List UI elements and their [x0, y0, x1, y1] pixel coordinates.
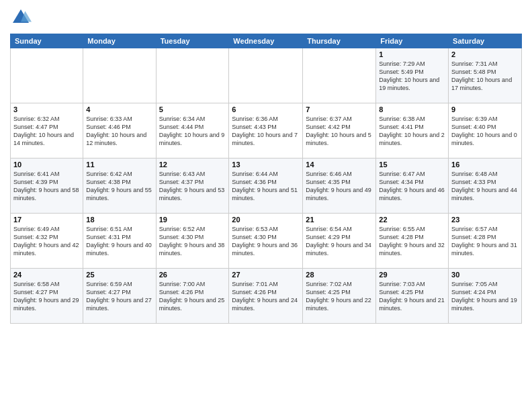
day-number: 26 — [159, 271, 226, 279]
day-number: 16 — [451, 161, 519, 169]
logo-icon — [10, 7, 32, 28]
day-info: Sunrise: 6:42 AM Sunset: 4:38 PM Dayligh… — [86, 170, 152, 203]
calendar-body: 1Sunrise: 7:29 AM Sunset: 5:49 PM Daylig… — [11, 48, 522, 324]
calendar-cell: 4Sunrise: 6:33 AM Sunset: 4:46 PM Daylig… — [83, 103, 156, 158]
week-row-2: 3Sunrise: 6:32 AM Sunset: 4:47 PM Daylig… — [11, 103, 522, 158]
calendar-cell: 26Sunrise: 7:00 AM Sunset: 4:26 PM Dayli… — [156, 269, 229, 324]
day-number: 13 — [232, 161, 300, 169]
header — [10, 7, 522, 28]
calendar-cell: 29Sunrise: 7:03 AM Sunset: 4:25 PM Dayli… — [376, 269, 449, 324]
day-number: 12 — [159, 161, 226, 169]
week-row-5: 24Sunrise: 6:58 AM Sunset: 4:27 PM Dayli… — [11, 269, 522, 324]
day-info: Sunrise: 6:57 AM Sunset: 4:28 PM Dayligh… — [451, 225, 519, 258]
day-number: 30 — [451, 271, 519, 279]
day-number: 18 — [86, 216, 152, 224]
day-number: 11 — [86, 161, 152, 169]
day-number: 15 — [379, 161, 445, 169]
day-number: 24 — [13, 271, 80, 279]
day-info: Sunrise: 7:05 AM Sunset: 4:24 PM Dayligh… — [451, 280, 519, 313]
day-info: Sunrise: 6:48 AM Sunset: 4:33 PM Dayligh… — [451, 170, 519, 203]
day-number: 21 — [306, 216, 373, 224]
day-info: Sunrise: 6:36 AM Sunset: 4:43 PM Dayligh… — [232, 115, 300, 148]
calendar-cell: 24Sunrise: 6:58 AM Sunset: 4:27 PM Dayli… — [11, 269, 83, 324]
day-number: 10 — [13, 161, 80, 169]
day-info: Sunrise: 6:41 AM Sunset: 4:39 PM Dayligh… — [13, 170, 80, 203]
day-header-tuesday: Tuesday — [156, 34, 229, 48]
calendar-cell — [156, 48, 229, 103]
day-number: 19 — [159, 216, 226, 224]
calendar-cell: 8Sunrise: 6:38 AM Sunset: 4:41 PM Daylig… — [376, 103, 449, 158]
calendar-cell: 19Sunrise: 6:52 AM Sunset: 4:30 PM Dayli… — [156, 214, 229, 269]
logo — [10, 7, 34, 28]
calendar-cell: 27Sunrise: 7:01 AM Sunset: 4:26 PM Dayli… — [229, 269, 303, 324]
day-number: 22 — [379, 216, 445, 224]
week-row-1: 1Sunrise: 7:29 AM Sunset: 5:49 PM Daylig… — [11, 48, 522, 103]
day-number: 23 — [451, 216, 519, 224]
header-row: SundayMondayTuesdayWednesdayThursdayFrid… — [11, 34, 522, 48]
calendar-cell: 2Sunrise: 7:31 AM Sunset: 5:48 PM Daylig… — [449, 48, 522, 103]
calendar-cell — [303, 48, 376, 103]
day-header-saturday: Saturday — [449, 34, 522, 48]
calendar-cell: 5Sunrise: 6:34 AM Sunset: 4:44 PM Daylig… — [156, 103, 229, 158]
calendar-cell: 12Sunrise: 6:43 AM Sunset: 4:37 PM Dayli… — [156, 158, 229, 214]
day-number: 17 — [13, 216, 80, 224]
calendar-cell: 13Sunrise: 6:44 AM Sunset: 4:36 PM Dayli… — [229, 158, 303, 214]
day-number: 6 — [232, 105, 300, 113]
calendar-cell: 28Sunrise: 7:02 AM Sunset: 4:25 PM Dayli… — [303, 269, 376, 324]
calendar-cell: 9Sunrise: 6:39 AM Sunset: 4:40 PM Daylig… — [449, 103, 522, 158]
day-info: Sunrise: 6:49 AM Sunset: 4:32 PM Dayligh… — [13, 225, 80, 258]
day-info: Sunrise: 7:02 AM Sunset: 4:25 PM Dayligh… — [306, 280, 373, 313]
day-number: 28 — [306, 271, 373, 279]
calendar-cell — [229, 48, 303, 103]
day-number: 27 — [232, 271, 300, 279]
calendar-cell: 18Sunrise: 6:51 AM Sunset: 4:31 PM Dayli… — [83, 214, 156, 269]
day-info: Sunrise: 7:00 AM Sunset: 4:26 PM Dayligh… — [159, 280, 226, 313]
day-number: 2 — [451, 50, 519, 58]
day-header-thursday: Thursday — [303, 34, 376, 48]
day-header-sunday: Sunday — [11, 34, 83, 48]
day-info: Sunrise: 6:32 AM Sunset: 4:47 PM Dayligh… — [13, 115, 80, 148]
calendar-cell: 23Sunrise: 6:57 AM Sunset: 4:28 PM Dayli… — [449, 214, 522, 269]
day-number: 9 — [451, 105, 519, 113]
day-info: Sunrise: 6:37 AM Sunset: 4:42 PM Dayligh… — [306, 115, 373, 148]
day-info: Sunrise: 6:53 AM Sunset: 4:30 PM Dayligh… — [232, 225, 300, 258]
day-header-wednesday: Wednesday — [229, 34, 303, 48]
calendar-cell: 1Sunrise: 7:29 AM Sunset: 5:49 PM Daylig… — [376, 48, 449, 103]
calendar-cell: 17Sunrise: 6:49 AM Sunset: 4:32 PM Dayli… — [11, 214, 83, 269]
calendar-cell: 3Sunrise: 6:32 AM Sunset: 4:47 PM Daylig… — [11, 103, 83, 158]
calendar-cell: 11Sunrise: 6:42 AM Sunset: 4:38 PM Dayli… — [83, 158, 156, 214]
day-info: Sunrise: 6:55 AM Sunset: 4:28 PM Dayligh… — [379, 225, 445, 258]
calendar-header: SundayMondayTuesdayWednesdayThursdayFrid… — [11, 34, 522, 48]
day-number: 29 — [379, 271, 445, 279]
day-info: Sunrise: 6:47 AM Sunset: 4:34 PM Dayligh… — [379, 170, 445, 203]
day-info: Sunrise: 7:03 AM Sunset: 4:25 PM Dayligh… — [379, 280, 445, 313]
calendar-cell: 22Sunrise: 6:55 AM Sunset: 4:28 PM Dayli… — [376, 214, 449, 269]
day-info: Sunrise: 6:39 AM Sunset: 4:40 PM Dayligh… — [451, 115, 519, 148]
day-info: Sunrise: 7:31 AM Sunset: 5:48 PM Dayligh… — [451, 60, 519, 93]
calendar-cell: 15Sunrise: 6:47 AM Sunset: 4:34 PM Dayli… — [376, 158, 449, 214]
week-row-4: 17Sunrise: 6:49 AM Sunset: 4:32 PM Dayli… — [11, 214, 522, 269]
day-info: Sunrise: 7:29 AM Sunset: 5:49 PM Dayligh… — [379, 60, 445, 93]
day-info: Sunrise: 6:54 AM Sunset: 4:29 PM Dayligh… — [306, 225, 373, 258]
day-info: Sunrise: 6:33 AM Sunset: 4:46 PM Dayligh… — [86, 115, 152, 148]
day-number: 20 — [232, 216, 300, 224]
day-number: 8 — [379, 105, 445, 113]
day-info: Sunrise: 6:52 AM Sunset: 4:30 PM Dayligh… — [159, 225, 226, 258]
calendar-cell: 7Sunrise: 6:37 AM Sunset: 4:42 PM Daylig… — [303, 103, 376, 158]
day-info: Sunrise: 6:38 AM Sunset: 4:41 PM Dayligh… — [379, 115, 445, 148]
calendar-cell — [83, 48, 156, 103]
calendar-cell: 25Sunrise: 6:59 AM Sunset: 4:27 PM Dayli… — [83, 269, 156, 324]
day-info: Sunrise: 6:58 AM Sunset: 4:27 PM Dayligh… — [13, 280, 80, 313]
day-info: Sunrise: 6:34 AM Sunset: 4:44 PM Dayligh… — [159, 115, 226, 148]
day-header-friday: Friday — [376, 34, 449, 48]
day-number: 7 — [306, 105, 373, 113]
day-number: 5 — [159, 105, 226, 113]
calendar-cell: 14Sunrise: 6:46 AM Sunset: 4:35 PM Dayli… — [303, 158, 376, 214]
calendar-cell: 16Sunrise: 6:48 AM Sunset: 4:33 PM Dayli… — [449, 158, 522, 214]
calendar-cell: 20Sunrise: 6:53 AM Sunset: 4:30 PM Dayli… — [229, 214, 303, 269]
calendar-cell: 21Sunrise: 6:54 AM Sunset: 4:29 PM Dayli… — [303, 214, 376, 269]
calendar-cell: 10Sunrise: 6:41 AM Sunset: 4:39 PM Dayli… — [11, 158, 83, 214]
day-info: Sunrise: 6:44 AM Sunset: 4:36 PM Dayligh… — [232, 170, 300, 203]
week-row-3: 10Sunrise: 6:41 AM Sunset: 4:39 PM Dayli… — [11, 158, 522, 214]
page: SundayMondayTuesdayWednesdayThursdayFrid… — [0, 0, 532, 411]
